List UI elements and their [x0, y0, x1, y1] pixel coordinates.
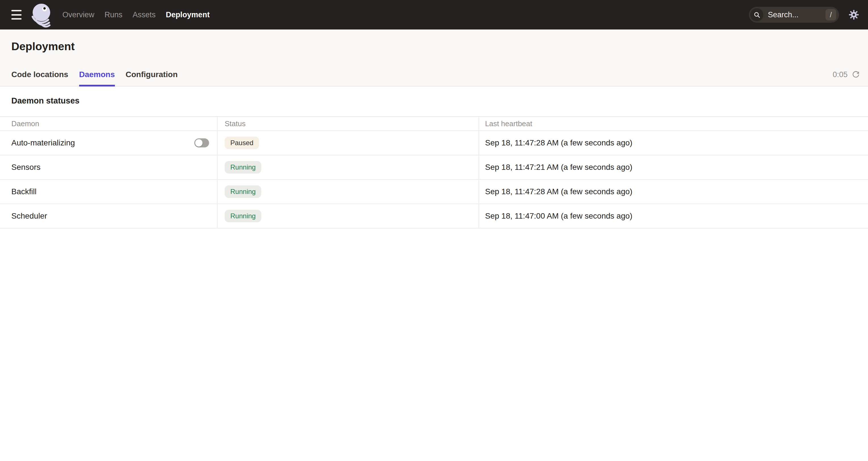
daemon-name: Backfill: [11, 187, 37, 196]
status-badge: Running: [225, 186, 261, 198]
daemon-name: Auto-materializing: [11, 138, 75, 147]
daemon-cell: Backfill: [0, 180, 217, 204]
tab-bar: Code locations Daemons Configuration: [11, 70, 178, 86]
last-heartbeat: Sep 18, 11:47:28 AM (a few seconds ago): [485, 138, 632, 147]
heartbeat-cell: Sep 18, 11:47:28 AM (a few seconds ago): [478, 131, 868, 155]
settings-button[interactable]: [848, 9, 860, 21]
table-row: Backfill Running Sep 18, 11:47:28 AM (a …: [0, 180, 868, 204]
nav-right: Search... /: [749, 7, 868, 23]
heartbeat-cell: Sep 18, 11:47:28 AM (a few seconds ago): [478, 180, 868, 204]
column-header-status: Status: [217, 117, 478, 130]
slash-shortcut-hint: /: [826, 9, 836, 21]
nav-item-runs[interactable]: Runs: [105, 10, 123, 19]
toggle-knob: [195, 139, 203, 146]
hamburger-bar: [11, 18, 22, 20]
last-heartbeat: Sep 18, 11:47:28 AM (a few seconds ago): [485, 187, 632, 196]
search-placeholder: Search...: [768, 10, 821, 19]
status-badge: Paused: [225, 137, 259, 149]
daemon-cell: Auto-materializing: [0, 131, 217, 155]
page-header: Deployment Code locations Daemons Config…: [0, 30, 868, 87]
tabs-row: Code locations Daemons Configuration 0:0…: [11, 70, 860, 86]
tab-configuration[interactable]: Configuration: [126, 70, 178, 86]
section-title: Daemon statuses: [11, 96, 868, 105]
dagster-octopus-logo[interactable]: [29, 2, 55, 28]
primary-nav: Overview Runs Assets Deployment: [62, 10, 210, 19]
table-header-row: Daemon Status Last heartbeat: [0, 117, 868, 131]
status-badge: Running: [225, 161, 261, 173]
refresh-area: 0:05: [833, 70, 860, 86]
last-heartbeat: Sep 18, 11:47:21 AM (a few seconds ago): [485, 163, 632, 172]
daemon-name: Scheduler: [11, 211, 47, 221]
nav-item-deployment[interactable]: Deployment: [166, 10, 210, 19]
top-nav: Overview Runs Assets Deployment Search..…: [0, 0, 868, 30]
daemon-name: Sensors: [11, 163, 40, 172]
hamburger-menu-icon[interactable]: [11, 10, 22, 20]
last-heartbeat: Sep 18, 11:47:00 AM (a few seconds ago): [485, 211, 632, 221]
heartbeat-cell: Sep 18, 11:47:21 AM (a few seconds ago): [478, 155, 868, 179]
refresh-icon[interactable]: [851, 71, 860, 79]
table-row: Auto-materializing Paused Sep 18, 11:47:…: [0, 131, 868, 155]
daemon-cell: Scheduler: [0, 204, 217, 228]
search-icon: [750, 8, 763, 21]
heartbeat-cell: Sep 18, 11:47:00 AM (a few seconds ago): [478, 204, 868, 228]
table-row: Scheduler Running Sep 18, 11:47:00 AM (a…: [0, 204, 868, 229]
status-cell: Running: [217, 204, 478, 228]
hamburger-bar: [11, 14, 22, 15]
daemon-cell: Sensors: [0, 155, 217, 179]
nav-item-assets[interactable]: Assets: [133, 10, 156, 19]
table-row: Sensors Running Sep 18, 11:47:21 AM (a f…: [0, 155, 868, 180]
daemon-table: Daemon Status Last heartbeat Auto-materi…: [0, 116, 868, 229]
column-header-daemon: Daemon: [0, 117, 217, 130]
tab-code-locations[interactable]: Code locations: [11, 70, 68, 86]
page-title: Deployment: [11, 40, 74, 53]
tab-daemons[interactable]: Daemons: [79, 70, 115, 86]
refresh-countdown: 0:05: [833, 70, 847, 79]
auto-materialize-toggle[interactable]: [194, 138, 209, 147]
dagster-octopus-icon: [29, 2, 55, 28]
nav-item-overview[interactable]: Overview: [62, 10, 94, 19]
search-input[interactable]: Search... /: [749, 7, 839, 23]
column-header-last-heartbeat: Last heartbeat: [478, 117, 868, 130]
status-cell: Running: [217, 180, 478, 204]
status-badge: Running: [225, 210, 261, 222]
status-cell: Running: [217, 155, 478, 179]
gear-icon: [848, 9, 860, 21]
status-cell: Paused: [217, 131, 478, 155]
hamburger-bar: [11, 10, 22, 11]
main-content: Daemon statuses Daemon Status Last heart…: [0, 96, 868, 229]
